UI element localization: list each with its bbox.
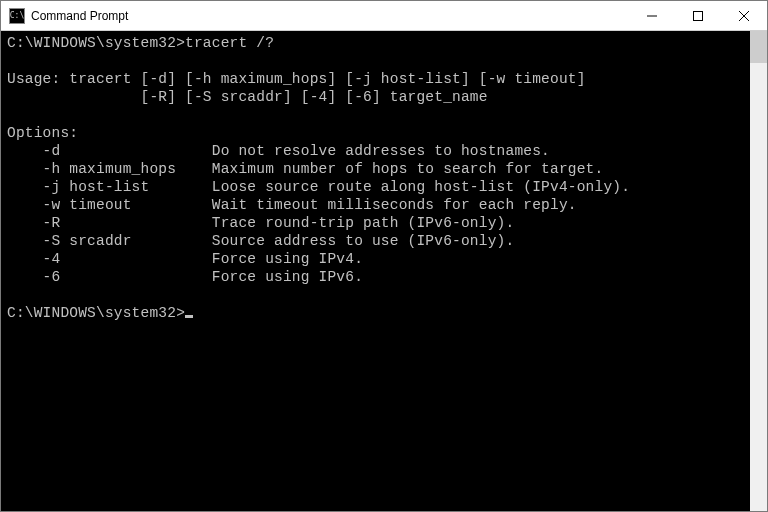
minimize-icon	[647, 11, 657, 21]
usage-line-1: Usage: tracert [-d] [-h maximum_hops] [-…	[7, 71, 586, 87]
terminal-output[interactable]: C:\WINDOWS\system32>tracert /? Usage: tr…	[1, 31, 750, 511]
window-title: Command Prompt	[31, 9, 629, 23]
option-j: -j host-list Loose source route along ho…	[7, 179, 630, 195]
option-6: -6 Force using IPv6.	[7, 269, 363, 285]
svg-rect-1	[694, 11, 703, 20]
option-s: -S srcaddr Source address to use (IPv6-o…	[7, 233, 514, 249]
window-controls	[629, 1, 767, 30]
vertical-scrollbar[interactable]	[750, 31, 767, 511]
command-prompt-window: C:\ Command Prompt C:\WINDOWS\system32>t…	[0, 0, 768, 512]
cursor	[185, 315, 193, 318]
terminal-area: C:\WINDOWS\system32>tracert /? Usage: tr…	[1, 31, 767, 511]
close-button[interactable]	[721, 1, 767, 30]
option-d: -d Do not resolve addresses to hostnames…	[7, 143, 550, 159]
prompt-line-2: C:\WINDOWS\system32>	[7, 305, 193, 321]
maximize-icon	[693, 11, 703, 21]
cmd-icon: C:\	[9, 8, 25, 24]
prompt-path: C:\WINDOWS\system32>	[7, 35, 185, 51]
maximize-button[interactable]	[675, 1, 721, 30]
option-h: -h maximum_hops Maximum number of hops t…	[7, 161, 603, 177]
option-4: -4 Force using IPv4.	[7, 251, 363, 267]
option-w: -w timeout Wait timeout milliseconds for…	[7, 197, 577, 213]
usage-line-2: [-R] [-S srcaddr] [-4] [-6] target_name	[7, 89, 488, 105]
option-r: -R Trace round-trip path (IPv6-only).	[7, 215, 514, 231]
prompt-line-1: C:\WINDOWS\system32>tracert /?	[7, 35, 274, 51]
close-icon	[739, 11, 749, 21]
minimize-button[interactable]	[629, 1, 675, 30]
title-bar[interactable]: C:\ Command Prompt	[1, 1, 767, 31]
options-header: Options:	[7, 125, 78, 141]
entered-command: tracert /?	[185, 35, 274, 51]
prompt-path: C:\WINDOWS\system32>	[7, 305, 185, 321]
scrollbar-thumb[interactable]	[750, 31, 767, 63]
